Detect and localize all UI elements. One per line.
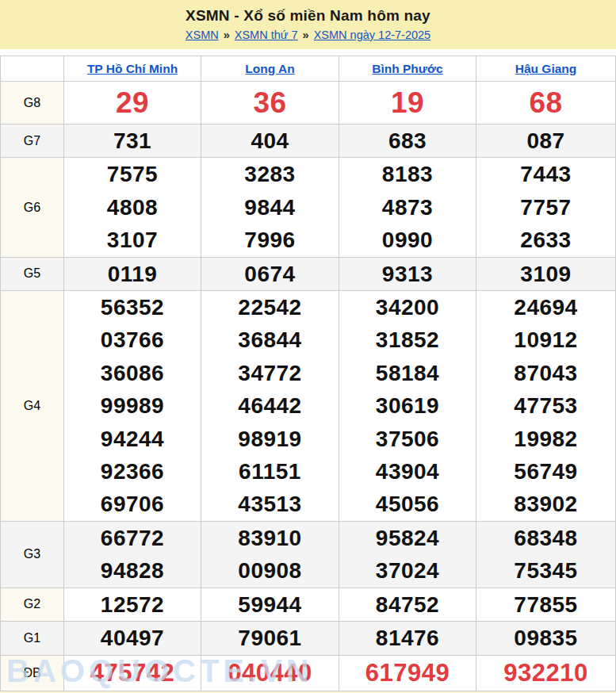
prize-cell: 9313 xyxy=(339,257,476,290)
prize-value: 0674 xyxy=(201,258,339,290)
breadcrumb-link-xsmn-ngay[interactable]: XSMN ngày 12-7-2025 xyxy=(314,29,431,41)
prize-value: 66772 xyxy=(64,522,201,554)
prize-cell: 79061 xyxy=(201,622,339,655)
prize-value: 29 xyxy=(64,82,201,124)
prize-value: 617949 xyxy=(339,656,476,691)
prize-value: 34200 xyxy=(339,291,476,324)
prize-cell: 34200318525818430619375064390445056 xyxy=(339,291,476,522)
prize-cell: 12572 xyxy=(64,588,201,621)
prize-row-G1: G140497790618147609835 xyxy=(1,622,616,655)
prize-value: 7575 xyxy=(64,158,201,190)
province-link-long-an[interactable]: Long An xyxy=(245,62,294,75)
prize-cell: 68 xyxy=(476,82,616,124)
prize-value: 7996 xyxy=(201,224,339,256)
prize-value: 46442 xyxy=(201,389,339,422)
prize-value: 98919 xyxy=(201,423,339,455)
prize-value: 36844 xyxy=(201,324,339,356)
prize-cell: 683 xyxy=(339,124,476,158)
prize-value: 03766 xyxy=(64,324,201,356)
prize-value: 12572 xyxy=(64,588,201,621)
prize-label: G4 xyxy=(1,291,64,522)
prize-value: 404 xyxy=(201,124,339,157)
prize-label: G1 xyxy=(1,622,64,655)
prize-value: 47753 xyxy=(476,389,615,422)
prize-value: 4873 xyxy=(339,191,476,224)
province-link-hau-giang[interactable]: Hậu Giang xyxy=(515,62,577,75)
prize-label: G2 xyxy=(1,588,64,621)
prize-value: 81476 xyxy=(339,622,476,654)
prize-value: 7757 xyxy=(476,191,615,224)
prize-label: G5 xyxy=(1,257,64,290)
prize-value: 56749 xyxy=(476,455,615,488)
results-table-head: TP Hồ Chí Minh Long An Bình Phước Hậu Gi… xyxy=(1,56,616,82)
prize-value: 77855 xyxy=(476,588,615,621)
breadcrumb-link-xsmn-thu-7[interactable]: XSMN thứ 7 xyxy=(235,29,298,41)
prize-value: 3107 xyxy=(64,224,201,256)
prize-label: G3 xyxy=(1,521,64,588)
prize-value: 19 xyxy=(339,82,476,124)
prize-value: 95824 xyxy=(339,522,476,554)
prize-cell: 77855 xyxy=(476,588,616,621)
prize-cell: 29 xyxy=(64,82,201,124)
prize-row-G2: G212572599448475277855 xyxy=(1,588,616,621)
prize-cell: 8391000908 xyxy=(201,521,339,588)
prize-cell: 475742 xyxy=(64,655,201,691)
prize-label: ĐB xyxy=(1,655,64,691)
prize-value: 37506 xyxy=(339,423,476,455)
prize-cell: 757548083107 xyxy=(64,158,201,257)
prize-cell: 40497 xyxy=(64,622,201,655)
prize-label: G8 xyxy=(1,82,64,124)
page-header: XSMN - Xổ số miền Nam hôm nay XSMN»XSMN … xyxy=(0,0,616,49)
column-header-hau-giang: Hậu Giang xyxy=(476,56,616,82)
prize-value: 61151 xyxy=(201,455,339,488)
prize-cell: 932210 xyxy=(476,655,616,691)
prize-value: 7443 xyxy=(476,158,615,190)
prize-value: 58184 xyxy=(339,357,476,389)
prize-value: 683 xyxy=(339,124,476,157)
breadcrumb-separator: » xyxy=(224,29,230,41)
prize-cell: 6677294828 xyxy=(64,521,201,588)
prize-row-G6: G675754808310732839844799681834873099074… xyxy=(1,158,616,257)
prize-value: 19982 xyxy=(476,423,615,455)
prize-value: 92366 xyxy=(64,455,201,488)
prize-row-G3: G366772948288391000908958243702468348753… xyxy=(1,521,616,588)
prize-row-G5: G50119067493133109 xyxy=(1,257,616,290)
province-link-tp-ho-chi-minh[interactable]: TP Hồ Chí Minh xyxy=(87,62,178,75)
prize-value: 68348 xyxy=(476,522,615,554)
prize-row-G7: G7731404683087 xyxy=(1,124,616,158)
prize-cell: 0119 xyxy=(64,257,201,290)
breadcrumb-link-xsmn[interactable]: XSMN xyxy=(186,29,219,41)
prize-value: 00908 xyxy=(201,554,339,587)
prize-value: 2633 xyxy=(476,224,615,256)
column-header-row: TP Hồ Chí Minh Long An Bình Phước Hậu Gi… xyxy=(1,56,616,82)
prize-value: 932210 xyxy=(476,656,615,691)
province-link-binh-phuoc[interactable]: Bình Phước xyxy=(372,62,442,75)
prize-cell: 744377572633 xyxy=(476,158,616,257)
prize-cell: 818348730990 xyxy=(339,158,476,257)
prize-cell: 0674 xyxy=(201,257,339,290)
column-header-long-an: Long An xyxy=(201,56,339,82)
prize-value: 45056 xyxy=(339,488,476,520)
prize-row-G4: G456352037663608699989942449236669706225… xyxy=(1,291,616,522)
prize-value: 9844 xyxy=(201,191,339,224)
prize-value: 9313 xyxy=(339,258,476,290)
prize-value: 68 xyxy=(476,82,615,124)
column-header-binh-phuoc: Bình Phước xyxy=(339,56,476,82)
prize-value: 79061 xyxy=(201,622,339,654)
page: XSMN - Xổ số miền Nam hôm nay XSMN»XSMN … xyxy=(0,0,616,693)
prize-label: G6 xyxy=(1,158,64,257)
prize-value: 40497 xyxy=(64,622,201,654)
results-body: G829361968G7731404683087G675754808310732… xyxy=(1,82,616,691)
prize-value: 3283 xyxy=(201,158,339,190)
prize-value: 94828 xyxy=(64,554,201,587)
prize-value: 94244 xyxy=(64,423,201,455)
prize-cell: 19 xyxy=(339,82,476,124)
prize-value: 75345 xyxy=(476,554,615,587)
prize-value: 31852 xyxy=(339,324,476,356)
prize-value: 8183 xyxy=(339,158,476,190)
prize-cell: 81476 xyxy=(339,622,476,655)
prize-value: 22542 xyxy=(201,291,339,324)
prize-cell: 404 xyxy=(201,124,339,158)
prize-value: 040440 xyxy=(201,656,339,691)
prize-value: 83910 xyxy=(201,522,339,554)
